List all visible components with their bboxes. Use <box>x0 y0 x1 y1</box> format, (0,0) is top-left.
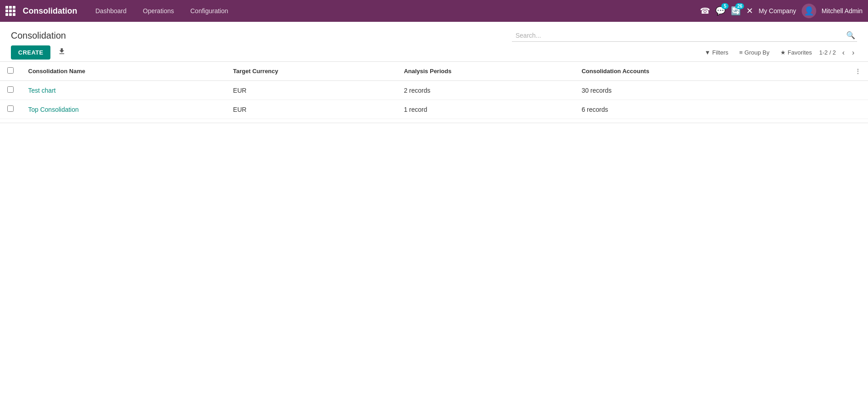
row2-name[interactable]: Top Consolidation <box>21 100 226 119</box>
group-by-label: Group By <box>744 49 769 56</box>
table-container: Consolidation Name Target Currency Analy… <box>0 61 868 119</box>
filters-label: Filters <box>712 49 728 56</box>
next-page-button[interactable]: › <box>849 48 857 58</box>
row2-checkbox[interactable] <box>7 105 14 112</box>
row1-extra <box>809 81 868 100</box>
avatar[interactable]: 👤 <box>802 4 816 18</box>
table-body: Test chart EUR 2 records 30 records Top … <box>0 81 868 119</box>
row2-periods: 1 record <box>397 100 574 119</box>
nav-operations[interactable]: Operations <box>136 4 181 18</box>
refresh-badge: 26 <box>735 3 744 9</box>
row1-name[interactable]: Test chart <box>21 81 226 100</box>
table-header: Consolidation Name Target Currency Analy… <box>0 62 868 81</box>
filter-icon: ▼ <box>704 49 710 56</box>
main-content: Consolidation 🔍 CREATE ▼ Filters ≡ Group… <box>0 22 868 404</box>
row2-check <box>0 100 21 119</box>
nav-configuration[interactable]: Configuration <box>183 4 235 18</box>
table-row: Test chart EUR 2 records 30 records <box>0 81 868 100</box>
star-icon: ★ <box>780 49 786 56</box>
topnav: Consolidation Dashboard Operations Confi… <box>0 0 868 22</box>
more-options-col[interactable]: ⋮ <box>809 62 868 81</box>
chat-icon[interactable]: 💬 5 <box>715 6 725 16</box>
nav-dashboard[interactable]: Dashboard <box>88 4 134 18</box>
topnav-menu: Dashboard Operations Configuration <box>88 4 696 18</box>
top-bar: Consolidation 🔍 <box>0 22 868 45</box>
filters-button[interactable]: ▼ Filters <box>701 47 732 58</box>
chat-badge: 5 <box>721 3 729 9</box>
download-icon <box>58 47 66 55</box>
row1-periods: 2 records <box>397 81 574 100</box>
row2-extra <box>809 100 868 119</box>
table-row: Top Consolidation EUR 1 record 6 records <box>0 100 868 119</box>
favorites-button[interactable]: ★ Favorites <box>777 47 815 58</box>
page-title: Consolidation <box>11 30 505 41</box>
company-name[interactable]: My Company <box>759 7 796 15</box>
group-by-button[interactable]: ≡ Group By <box>736 47 774 58</box>
filters-right: ▼ Filters ≡ Group By ★ Favorites 1-2 / 2… <box>701 47 857 58</box>
groupby-icon: ≡ <box>739 49 743 56</box>
pagination-controls: ‹ › <box>839 48 857 58</box>
prev-page-button[interactable]: ‹ <box>839 48 847 58</box>
col-currency-header: Target Currency <box>226 62 397 81</box>
apps-icon[interactable] <box>5 6 15 16</box>
table-divider <box>0 123 868 123</box>
row2-accounts: 6 records <box>574 100 809 119</box>
search-bar: 🔍 <box>512 29 857 42</box>
download-button[interactable] <box>54 45 69 60</box>
col-periods-header: Analysis Periods <box>397 62 574 81</box>
topnav-right: ☎ 💬 5 🔄 26 ✕ My Company 👤 Mitchell Admin <box>700 4 863 18</box>
col-name-header: Consolidation Name <box>21 62 226 81</box>
username[interactable]: Mitchell Admin <box>822 7 863 15</box>
favorites-label: Favorites <box>788 49 812 56</box>
refresh-icon[interactable]: 🔄 26 <box>731 6 741 16</box>
create-button[interactable]: CREATE <box>11 45 50 60</box>
search-input[interactable] <box>512 30 844 41</box>
select-all-col <box>0 62 21 81</box>
row2-currency: EUR <box>226 100 397 119</box>
search-icon[interactable]: 🔍 <box>844 29 857 41</box>
phone-icon[interactable]: ☎ <box>700 6 710 16</box>
select-all-checkbox[interactable] <box>7 67 14 74</box>
row1-check <box>0 81 21 100</box>
row1-checkbox[interactable] <box>7 86 14 93</box>
consolidation-table: Consolidation Name Target Currency Analy… <box>0 61 868 119</box>
pagination-info: 1-2 / 2 <box>819 49 836 56</box>
col-accounts-header: Consolidation Accounts <box>574 62 809 81</box>
row1-accounts: 30 records <box>574 81 809 100</box>
close-icon[interactable]: ✕ <box>746 6 753 16</box>
app-name: Consolidation <box>23 6 77 16</box>
row1-currency: EUR <box>226 81 397 100</box>
